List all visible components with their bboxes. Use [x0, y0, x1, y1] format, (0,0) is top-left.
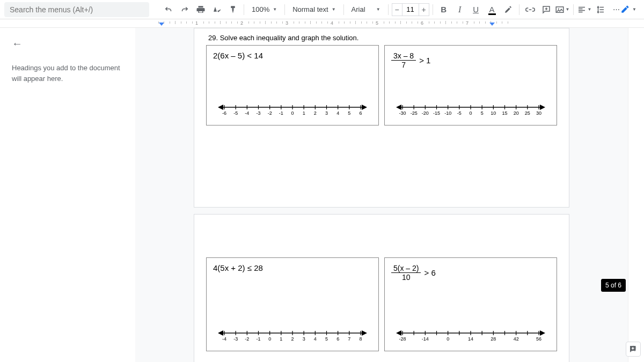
- svg-text:8: 8: [359, 336, 362, 342]
- print-button[interactable]: [193, 2, 208, 17]
- italic-button[interactable]: I: [452, 2, 467, 17]
- svg-marker-3: [218, 105, 223, 110]
- paint-format-button[interactable]: [225, 2, 240, 17]
- page-2: 4(5x + 2) ≤ 28 -4-3-2-1012345678 5(x – 2…: [194, 214, 569, 362]
- svg-text:0: 0: [291, 110, 294, 116]
- numberline-c: -4-3-2-1012345678: [213, 327, 372, 345]
- svg-text:-15: -15: [433, 110, 440, 116]
- svg-marker-32: [396, 105, 401, 110]
- numberline-d: -28-14014284256: [391, 327, 550, 345]
- redo-button[interactable]: [177, 2, 192, 17]
- svg-text:-20: -20: [422, 110, 429, 116]
- svg-text:-1: -1: [279, 110, 283, 116]
- svg-text:2: 2: [314, 110, 317, 116]
- svg-text:4: 4: [336, 110, 339, 116]
- expression-a: 2(6x – 5) < 14: [213, 51, 372, 60]
- svg-text:-25: -25: [411, 110, 418, 116]
- ruler[interactable]: 1234567: [0, 19, 644, 28]
- svg-text:-28: -28: [399, 336, 406, 342]
- undo-button[interactable]: [161, 2, 176, 17]
- svg-text:-5: -5: [457, 110, 462, 116]
- cell-d: 5(x – 2)10 > 6 -28-14014284256: [384, 257, 557, 351]
- font-size-increase[interactable]: +: [419, 3, 429, 16]
- svg-text:-30: -30: [399, 110, 406, 116]
- svg-text:28: 28: [491, 336, 496, 342]
- page-1: 29. Solve each inequality and graph the …: [194, 28, 569, 208]
- svg-text:5: 5: [481, 110, 484, 116]
- insert-image-button[interactable]: ▼: [555, 2, 570, 17]
- svg-text:5: 5: [348, 110, 350, 116]
- svg-text:14: 14: [468, 336, 473, 342]
- text-color-button[interactable]: A: [485, 2, 500, 17]
- bold-button[interactable]: B: [436, 2, 451, 17]
- svg-text:0: 0: [447, 336, 449, 342]
- document-area[interactable]: 29. Solve each inequality and graph the …: [135, 28, 628, 362]
- spellcheck-button[interactable]: [209, 2, 224, 17]
- font-size-decrease[interactable]: −: [392, 3, 402, 16]
- svg-text:-2: -2: [268, 110, 272, 116]
- svg-text:4: 4: [314, 336, 317, 342]
- svg-text:5: 5: [325, 336, 328, 342]
- highlight-button[interactable]: [501, 2, 516, 17]
- numberline-a: -6-5-4-3-2-10123456: [213, 101, 372, 120]
- svg-text:-6: -6: [222, 110, 226, 116]
- svg-marker-61: [218, 330, 223, 336]
- svg-text:10: 10: [491, 110, 496, 116]
- svg-text:3: 3: [303, 336, 305, 342]
- svg-text:2: 2: [291, 336, 294, 342]
- svg-text:-5: -5: [233, 110, 238, 116]
- outline-empty-message: Headings you add to the document will ap…: [12, 63, 129, 84]
- svg-marker-62: [362, 330, 367, 336]
- expression-b: 3x – 87 > 1: [391, 51, 550, 69]
- font-size-control: − +: [392, 3, 429, 16]
- cell-c: 4(5x + 2) ≤ 28 -4-3-2-1012345678: [206, 257, 379, 351]
- menu-search-input[interactable]: [4, 2, 149, 17]
- svg-text:7: 7: [348, 336, 350, 342]
- svg-text:0: 0: [268, 336, 271, 342]
- svg-text:1: 1: [280, 336, 282, 342]
- line-spacing-button[interactable]: [593, 2, 608, 17]
- cell-b: 3x – 87 > 1 -30-25-20-15-10-505101520253…: [384, 45, 557, 125]
- underline-button[interactable]: U: [469, 2, 484, 17]
- svg-marker-33: [540, 105, 545, 110]
- expression-d: 5(x – 2)10 > 6: [391, 263, 550, 281]
- svg-text:42: 42: [514, 336, 519, 342]
- add-comment-button[interactable]: [539, 2, 554, 17]
- numberline-b: -30-25-20-15-10-5051015202530: [391, 101, 550, 120]
- close-outline-button[interactable]: ←: [12, 38, 23, 50]
- font-size-input[interactable]: [402, 3, 419, 16]
- svg-text:-14: -14: [422, 336, 429, 342]
- svg-text:-1: -1: [256, 336, 260, 342]
- svg-text:25: 25: [525, 110, 530, 116]
- svg-marker-4: [362, 105, 367, 110]
- svg-text:3: 3: [325, 110, 328, 116]
- svg-text:6: 6: [359, 110, 362, 116]
- align-button[interactable]: ▼: [577, 2, 592, 17]
- expression-c: 4(5x + 2) ≤ 28: [213, 263, 372, 272]
- font-dropdown[interactable]: Arial▼: [347, 2, 385, 17]
- question-title: 29. Solve each inequality and graph the …: [208, 34, 557, 42]
- svg-text:6: 6: [336, 336, 339, 342]
- svg-marker-90: [396, 330, 401, 336]
- side-panel-rail: [628, 28, 644, 362]
- svg-marker-91: [540, 330, 545, 336]
- zoom-dropdown[interactable]: 100%▼: [247, 2, 281, 17]
- editing-mode-button[interactable]: ▼: [617, 2, 640, 16]
- insert-link-button[interactable]: [523, 2, 538, 17]
- svg-text:-10: -10: [444, 110, 451, 116]
- outline-panel: ← Headings you add to the document will …: [0, 28, 135, 362]
- svg-text:1: 1: [303, 110, 305, 116]
- svg-text:20: 20: [514, 110, 519, 116]
- svg-text:15: 15: [502, 110, 507, 116]
- cell-a: 2(6x – 5) < 14 -6-5-4-3-2-10123456: [206, 45, 379, 125]
- svg-point-1: [558, 8, 559, 9]
- svg-text:56: 56: [536, 336, 541, 342]
- style-dropdown[interactable]: Normal text▼: [288, 2, 340, 17]
- svg-text:0: 0: [469, 110, 472, 116]
- svg-text:-4: -4: [245, 110, 249, 116]
- svg-text:-2: -2: [245, 336, 249, 342]
- svg-text:-3: -3: [233, 336, 238, 342]
- explore-button[interactable]: [626, 342, 641, 357]
- svg-text:30: 30: [536, 110, 541, 116]
- svg-text:-3: -3: [256, 110, 260, 116]
